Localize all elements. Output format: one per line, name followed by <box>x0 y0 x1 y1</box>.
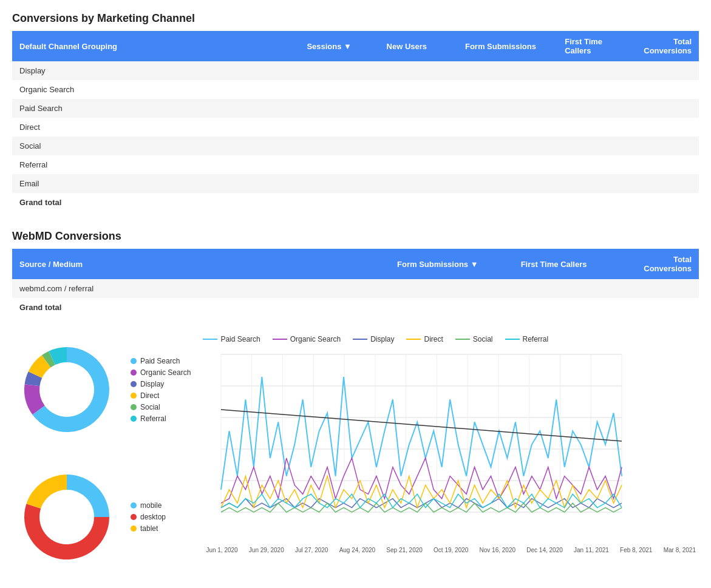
line-legend-item: Organic Search <box>273 335 341 343</box>
table-row: Direct <box>12 118 699 137</box>
x-axis-label: Dec 14, 2020 <box>526 547 563 553</box>
sort-icon: ▼ <box>344 42 352 51</box>
legend-label: Paid Search <box>140 357 180 365</box>
col-form-sub[interactable]: Form Submissions ▼ <box>390 249 514 279</box>
conversions-by-channel-section: Conversions by Marketing Channel Default… <box>12 12 699 212</box>
data-cell <box>458 137 557 155</box>
data-cell <box>636 118 699 137</box>
line-legend-item: Social <box>455 335 493 343</box>
line-legend-dash <box>455 339 470 340</box>
charts-container: Paid SearchOrganic SearchDisplayDirectSo… <box>12 335 699 572</box>
donut2-chart <box>12 462 121 572</box>
donut1-legend: Paid SearchOrganic SearchDisplayDirectSo… <box>131 357 191 423</box>
legend-dot <box>131 404 137 410</box>
data-cell <box>458 174 557 193</box>
section2-title: WebMD Conversions <box>12 230 699 243</box>
channel-grand-total: Grand total <box>12 193 699 212</box>
x-axis-label: Feb 8, 2021 <box>620 547 652 553</box>
data-cell <box>557 174 636 193</box>
line-legend-dash <box>203 339 217 340</box>
data-cell <box>379 118 458 137</box>
line-legend-dash <box>353 339 367 340</box>
legend-dot <box>131 525 137 532</box>
data-cell <box>299 174 379 193</box>
x-axis-label: Jun 29, 2020 <box>249 547 284 553</box>
line-series <box>221 503 622 512</box>
table-row: Paid Search <box>12 99 699 118</box>
table-row: webmd.com / referral <box>12 279 699 298</box>
table-row: Email <box>12 174 699 193</box>
legend-dot <box>131 416 137 422</box>
donuts-column: Paid SearchOrganic SearchDisplayDirectSo… <box>12 335 191 572</box>
line-legend-dash <box>406 339 421 340</box>
data-cell <box>379 61 458 80</box>
line-legend: Paid SearchOrganic SearchDisplayDirectSo… <box>203 335 699 343</box>
line-legend-item: Paid Search <box>203 335 260 343</box>
line-series <box>221 377 622 490</box>
data-cell <box>557 61 636 80</box>
data-cell <box>557 155 636 174</box>
line-legend-label: Direct <box>424 335 443 343</box>
data-cell <box>636 99 699 118</box>
legend-label: desktop <box>140 513 166 521</box>
trend-line <box>221 410 622 441</box>
legend-item: Social <box>131 403 191 411</box>
data-cell <box>458 155 557 174</box>
line-chart <box>203 348 628 542</box>
legend-item: mobile <box>131 501 166 510</box>
webmd-table: Source / Medium Form Submissions ▼ First… <box>12 249 699 317</box>
data-cell <box>636 80 699 99</box>
legend-label: Social <box>140 403 160 411</box>
table-row: Organic Search <box>12 80 699 99</box>
col-first-callers: First Time Callers <box>514 249 617 279</box>
line-legend-label: Social <box>473 335 493 343</box>
sort-icon2: ▼ <box>471 260 478 269</box>
data-cell <box>379 174 458 193</box>
legend-dot <box>131 502 137 509</box>
legend-dot <box>131 370 137 376</box>
donut1-row: Paid SearchOrganic SearchDisplayDirectSo… <box>12 335 191 444</box>
x-axis-label: Oct 19, 2020 <box>434 547 468 553</box>
data-cell <box>557 118 636 137</box>
x-axis-labels: Jun 1, 2020Jun 29, 2020Jul 27, 2020Aug 2… <box>203 547 699 553</box>
legend-item: Display <box>131 380 191 388</box>
data-cell <box>458 118 557 137</box>
x-axis-label: Mar 8, 2021 <box>664 547 696 553</box>
line-legend-label: Organic Search <box>290 335 341 343</box>
legend-label: tablet <box>140 524 158 533</box>
data-cell <box>299 137 379 155</box>
col-total-conversions: Total Conversions <box>636 31 699 61</box>
donut2-row: mobiledesktoptablet <box>12 462 191 572</box>
line-legend-item: Direct <box>406 335 443 343</box>
line-legend-label: Paid Search <box>220 335 260 343</box>
data-cell <box>379 137 458 155</box>
data-cell <box>299 155 379 174</box>
legend-dot <box>131 358 137 364</box>
line-chart-area: Paid SearchOrganic SearchDisplayDirectSo… <box>203 335 699 553</box>
channel-cell: Organic Search <box>12 80 299 99</box>
line-legend-label: Referral <box>523 335 549 343</box>
legend-label: Display <box>140 380 164 388</box>
webmd-conversions-section: WebMD Conversions Source / Medium Form S… <box>12 230 699 317</box>
table-row: Referral <box>12 155 699 174</box>
data-cell <box>379 80 458 99</box>
legend-item: desktop <box>131 513 166 521</box>
data-cell <box>379 155 458 174</box>
channel-cell: Email <box>12 174 299 193</box>
col-source: Source / Medium <box>12 249 390 279</box>
line-legend-label: Display <box>370 335 394 343</box>
line-legend-dash <box>505 339 520 340</box>
x-axis-label: Sep 21, 2020 <box>386 547 423 553</box>
col-first-time-callers: First Time Callers <box>557 31 636 61</box>
col-sessions[interactable]: Sessions ▼ <box>299 31 379 61</box>
donut-segment <box>26 475 67 509</box>
channel-cell: Referral <box>12 155 299 174</box>
donut2-legend: mobiledesktoptablet <box>131 501 166 533</box>
legend-dot <box>131 514 137 520</box>
x-axis-label: Jan 11, 2021 <box>574 547 609 553</box>
col-form-submissions: Form Submissions <box>458 31 557 61</box>
legend-label: Referral <box>140 414 166 423</box>
channel-cell: Direct <box>12 118 299 137</box>
legend-label: Direct <box>140 391 159 400</box>
data-cell <box>514 279 617 298</box>
